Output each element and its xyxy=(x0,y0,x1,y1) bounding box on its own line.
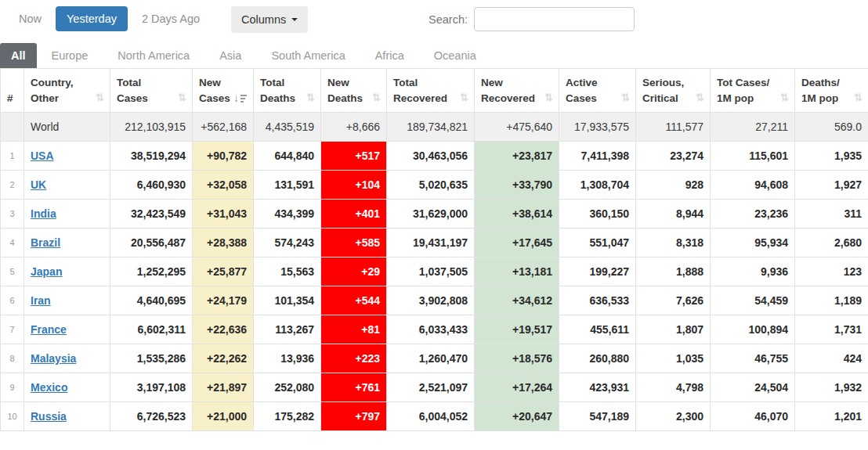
cell-cases-per-1m: 9,936 xyxy=(711,257,795,286)
col-header-active_cases[interactable]: ActiveCases⇅ xyxy=(559,69,636,113)
col-header-line2: Critical xyxy=(642,92,678,104)
country-link[interactable]: USA xyxy=(31,149,54,162)
table-row-mexico: 9Mexico3,197,108+21,897252,080+7612,521,… xyxy=(1,373,868,402)
sort-both-icon: ⇅ xyxy=(460,91,468,106)
cell-serious-critical: 1,035 xyxy=(636,344,711,373)
col-header-label: # xyxy=(7,91,13,106)
cell-cases-per-1m: 94,608 xyxy=(711,171,795,200)
country-link[interactable]: France xyxy=(31,323,67,336)
continent-tabs: AllEuropeNorth AmericaAsiaSouth AmericaA… xyxy=(0,41,868,68)
cell-new-recovered: +19,517 xyxy=(475,315,559,344)
table-row-uk: 2UK6,460,930+32,058131,591+1045,020,635+… xyxy=(1,171,868,200)
cell-new-cases: +22,636 xyxy=(193,315,254,344)
cell-serious-critical: 7,626 xyxy=(636,286,711,315)
cell-new-recovered: +34,612 xyxy=(475,286,559,315)
col-header-new_cases[interactable]: NewCases↓ xyxy=(193,69,254,113)
cell-new-deaths: +104 xyxy=(321,171,387,200)
country-link[interactable]: Malaysia xyxy=(31,352,76,365)
col-header-inner: TotalDeaths⇅ xyxy=(260,75,314,106)
tab-north-america[interactable]: North America xyxy=(103,43,204,68)
col-header-line1: # xyxy=(7,92,13,104)
cell-new-recovered: +18,576 xyxy=(475,344,559,373)
col-header-country[interactable]: Country,Other⇅ xyxy=(24,69,110,113)
table-row-malaysia: 8Malaysia1,535,286+22,26213,936+2231,260… xyxy=(1,344,868,373)
col-header-total_recovered[interactable]: TotalRecovered⇅ xyxy=(387,69,475,113)
col-header-line2: Cases xyxy=(566,92,597,104)
cell-total-recovered: 3,902,808 xyxy=(387,286,475,315)
cell-active-cases: 455,611 xyxy=(559,315,636,344)
col-header-inner: # xyxy=(7,91,17,106)
col-header-inner: Deaths/1M pop⇅ xyxy=(801,75,862,106)
tab-oceania[interactable]: Oceania xyxy=(419,43,491,68)
cell-rank: 10 xyxy=(1,402,24,431)
cell-total-cases: 1,252,295 xyxy=(110,257,193,286)
time-filter-now[interactable]: Now xyxy=(8,6,52,31)
col-header-deaths_per_1m[interactable]: Deaths/1M pop⇅ xyxy=(795,69,868,113)
cell-total-cases: 1,535,286 xyxy=(110,344,193,373)
sort-both-icon: ⇅ xyxy=(621,91,629,106)
cell-new-deaths: +8,666 xyxy=(321,113,387,142)
cell-country: India xyxy=(24,200,110,229)
cell-cases-per-1m: 95,934 xyxy=(711,229,795,257)
cell-country: UK xyxy=(24,171,110,200)
cell-deaths-per-1m: 1,731 xyxy=(795,315,868,344)
tab-europe[interactable]: Europe xyxy=(37,43,103,68)
cell-total-recovered: 189,734,821 xyxy=(387,113,475,142)
cell-active-cases: 547,189 xyxy=(559,402,636,431)
country-link[interactable]: Iran xyxy=(31,294,51,307)
cell-deaths-per-1m: 123 xyxy=(795,257,868,286)
cell-new-cases: +90,782 xyxy=(193,142,254,171)
search-input[interactable] xyxy=(474,7,635,31)
cell-cases-per-1m: 54,459 xyxy=(711,286,795,315)
cell-new-recovered: +17,645 xyxy=(475,229,559,257)
covid-stats-table: #Country,Other⇅TotalCases⇅NewCases↓Total… xyxy=(0,68,868,431)
cell-new-cases: +25,877 xyxy=(193,257,254,286)
col-header-line2: Deaths xyxy=(327,92,363,104)
country-link[interactable]: Mexico xyxy=(31,381,67,394)
time-filter-yesterday[interactable]: Yesterday xyxy=(56,6,128,31)
tab-asia[interactable]: Asia xyxy=(204,43,256,68)
col-header-new_deaths[interactable]: NewDeaths⇅ xyxy=(321,69,387,113)
col-header-inner: TotalRecovered⇅ xyxy=(393,75,468,106)
search-label: Search: xyxy=(429,13,468,26)
cell-total-cases: 38,519,294 xyxy=(110,142,193,171)
col-header-total_cases[interactable]: TotalCases⇅ xyxy=(110,69,193,113)
columns-dropdown-button[interactable]: Columns xyxy=(231,6,308,33)
cell-new-recovered: +38,614 xyxy=(475,200,559,229)
table-row-brazil: 4Brazil20,556,487+28,388574,243+58519,43… xyxy=(1,229,868,257)
cell-deaths-per-1m: 1,927 xyxy=(795,171,868,200)
col-header-inner: TotalCases⇅ xyxy=(117,75,186,106)
cell-country: Japan xyxy=(24,257,110,286)
cell-serious-critical: 111,577 xyxy=(636,113,711,142)
sort-both-icon: ⇅ xyxy=(780,91,788,106)
col-header-cases_per_1m[interactable]: Tot Cases/1M pop⇅ xyxy=(711,69,795,113)
cell-serious-critical: 8,318 xyxy=(636,229,711,257)
country-link[interactable]: UK xyxy=(31,178,46,191)
cell-new-recovered: +17,264 xyxy=(475,373,559,402)
tab-africa[interactable]: Africa xyxy=(360,43,419,68)
cell-serious-critical: 23,274 xyxy=(636,142,711,171)
cell-total-recovered: 19,431,197 xyxy=(387,229,475,257)
country-link[interactable]: India xyxy=(31,207,56,220)
country-link[interactable]: Brazil xyxy=(31,236,60,249)
table-row-usa: 1USA38,519,294+90,782644,840+51730,463,0… xyxy=(1,142,868,171)
col-header-total_deaths[interactable]: TotalDeaths⇅ xyxy=(254,69,321,113)
country-link[interactable]: Russia xyxy=(31,410,67,423)
cell-new-recovered: +33,790 xyxy=(475,171,559,200)
cell-total-deaths: 101,354 xyxy=(254,286,321,315)
cell-new-deaths: +223 xyxy=(321,344,387,373)
cell-deaths-per-1m: 2,680 xyxy=(795,229,868,257)
country-link[interactable]: Japan xyxy=(31,265,62,278)
sort-both-icon: ⇅ xyxy=(178,91,186,106)
col-header-label: ActiveCases xyxy=(566,75,598,106)
time-filter-2-days-ago[interactable]: 2 Days Ago xyxy=(131,6,211,31)
col-header-new_recovered[interactable]: NewRecovered⇅ xyxy=(475,69,559,113)
cell-cases-per-1m: 46,755 xyxy=(711,344,795,373)
tab-all[interactable]: All xyxy=(0,43,37,68)
cell-new-cases: +21,000 xyxy=(193,402,254,431)
col-header-serious_critical[interactable]: Serious,Critical⇅ xyxy=(636,69,711,113)
sort-both-icon: ⇅ xyxy=(854,91,862,106)
tab-south-america[interactable]: South America xyxy=(256,43,360,68)
cell-total-deaths: 252,080 xyxy=(254,373,321,402)
cell-new-deaths: +401 xyxy=(321,200,387,229)
